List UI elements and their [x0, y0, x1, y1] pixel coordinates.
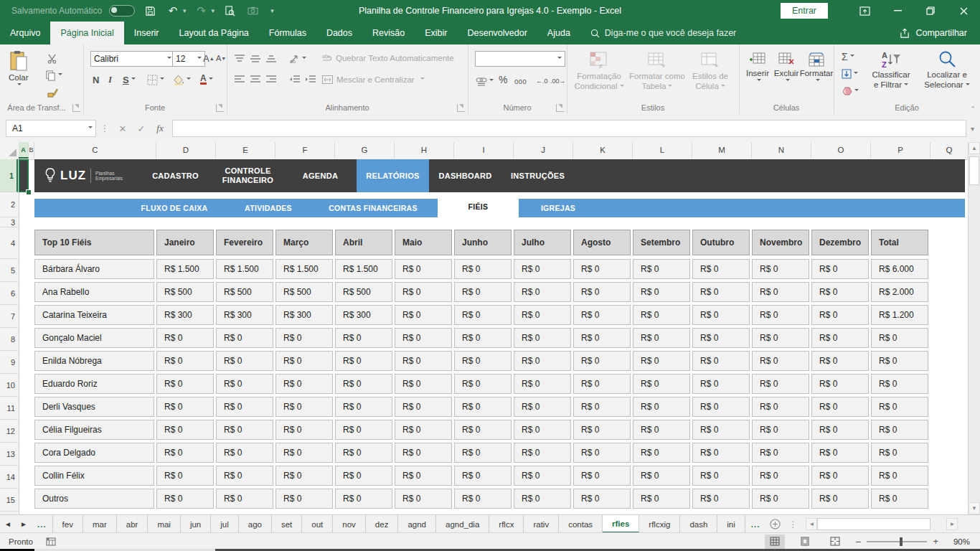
value-cell[interactable]: R$ 0	[871, 397, 928, 417]
row-header-14[interactable]: 14	[0, 466, 18, 489]
sheet-tab-jul[interactable]: jul	[211, 515, 239, 533]
value-cell[interactable]: R$ 1.500	[216, 259, 273, 279]
align-left-button[interactable]	[232, 72, 247, 88]
cell-styles-button[interactable]: Estilos de Célula	[687, 52, 733, 90]
fill-color-caret[interactable]	[187, 77, 191, 82]
value-cell[interactable]: R$ 0	[514, 351, 571, 371]
minimize-button[interactable]	[881, 0, 914, 22]
value-cell[interactable]: R$ 0	[156, 420, 214, 440]
value-cell[interactable]: R$ 0	[395, 351, 452, 371]
value-cell[interactable]: R$ 0	[514, 328, 571, 348]
value-cell[interactable]: R$ 0	[573, 489, 631, 509]
value-cell[interactable]: R$ 0	[335, 328, 392, 348]
value-cell[interactable]: R$ 0	[811, 351, 869, 371]
value-cell[interactable]: R$ 0	[573, 328, 631, 348]
value-cell[interactable]: R$ 0	[752, 259, 809, 279]
value-cell[interactable]: R$ 0	[692, 489, 750, 509]
value-cell[interactable]: R$ 300	[156, 305, 214, 325]
find-select-button[interactable]: Localizar e Selecionar	[920, 50, 974, 89]
sheet-tab-dash[interactable]: dash	[680, 515, 717, 533]
zoom-slider[interactable]: − +	[855, 536, 938, 547]
value-cell[interactable]: R$ 0	[692, 351, 750, 371]
column-header-E[interactable]: E	[216, 142, 275, 159]
orientation-button[interactable]: ab	[287, 51, 308, 67]
fiel-name-cell[interactable]: Ana Rabello	[34, 282, 154, 302]
value-cell[interactable]: R$ 0	[454, 259, 512, 279]
value-cell[interactable]: R$ 0	[216, 489, 273, 509]
autosum-caret[interactable]	[850, 55, 854, 59]
value-cell[interactable]: R$ 0	[335, 397, 392, 417]
autosave-toggle[interactable]	[109, 5, 135, 17]
zoom-level[interactable]: 90%	[948, 537, 970, 546]
value-cell[interactable]: R$ 0	[395, 374, 452, 394]
merge-center-button[interactable]: Mesclar e Centralizar	[320, 72, 427, 88]
ribbon-tab-dados[interactable]: Dados	[316, 22, 362, 44]
sheet-tab-ago[interactable]: ago	[239, 515, 272, 533]
value-cell[interactable]: R$ 0	[871, 351, 928, 371]
value-cell[interactable]: R$ 0	[811, 466, 869, 486]
fiel-name-cell[interactable]: Bárbara Álvaro	[34, 259, 154, 279]
sheet-tab-mar[interactable]: mar	[83, 515, 117, 533]
value-cell[interactable]: R$ 0	[156, 351, 214, 371]
value-cell[interactable]: R$ 0	[454, 466, 512, 486]
value-cell[interactable]: R$ 0	[216, 443, 273, 463]
normal-view-button[interactable]	[765, 534, 785, 549]
row-header-13[interactable]: 13	[0, 443, 18, 466]
qat-customize-caret[interactable]: ▾	[270, 7, 274, 14]
value-cell[interactable]: R$ 0	[156, 374, 214, 394]
subnav-item-igrejas[interactable]: IGREJAS	[519, 204, 598, 212]
fill-handle[interactable]	[26, 189, 32, 195]
value-cell[interactable]: R$ 0	[454, 328, 512, 348]
borders-caret[interactable]	[160, 77, 164, 82]
column-header-G[interactable]: G	[335, 142, 395, 159]
value-cell[interactable]: R$ 0	[395, 328, 452, 348]
increase-indent-button[interactable]	[303, 72, 318, 88]
value-cell[interactable]: R$ 0	[514, 420, 571, 440]
value-cell[interactable]: R$ 0	[395, 466, 452, 486]
value-cell[interactable]: R$ 0	[633, 397, 690, 417]
format-cells-caret[interactable]	[816, 79, 820, 83]
sort-filter-button[interactable]: AZ Classificar e Filtrar	[864, 50, 918, 89]
value-cell[interactable]: R$ 0	[335, 374, 392, 394]
value-cell[interactable]: R$ 0	[752, 397, 809, 417]
share-button[interactable]: Compartilhar	[900, 22, 980, 44]
value-cell[interactable]: R$ 0	[692, 305, 750, 325]
sheet-tab-nov[interactable]: nov	[333, 515, 366, 533]
insert-cells-button[interactable]: Inserir	[743, 52, 772, 83]
fiel-name-cell[interactable]: Eduardo Roriz	[34, 374, 154, 394]
value-cell[interactable]: R$ 0	[573, 351, 631, 371]
value-cell[interactable]: R$ 0	[692, 328, 750, 348]
ribbon-tab-p-gina-inicial[interactable]: Página Inicial	[50, 22, 123, 44]
zoom-thumb[interactable]	[900, 537, 903, 546]
ribbon-tab-layout-da-p-gina[interactable]: Layout da Página	[169, 22, 258, 44]
value-cell[interactable]: R$ 0	[811, 443, 869, 463]
fiel-name-cell[interactable]: Cora Delgado	[34, 443, 154, 463]
column-header-B[interactable]: B	[29, 142, 34, 159]
font-name-combo[interactable]: Calibri	[90, 51, 175, 67]
column-header-N[interactable]: N	[752, 142, 811, 159]
delete-cells-button[interactable]: Excluir	[772, 52, 801, 83]
value-cell[interactable]: R$ 0	[752, 443, 809, 463]
fiel-name-cell[interactable]: Outros	[34, 489, 154, 509]
value-cell[interactable]: R$ 0	[275, 328, 333, 348]
value-cell[interactable]: R$ 0	[156, 466, 214, 486]
cancel-entry-icon[interactable]: ✕	[113, 123, 132, 134]
value-cell[interactable]: R$ 500	[156, 282, 214, 302]
value-cell[interactable]: R$ 300	[216, 305, 273, 325]
number-format-combo[interactable]	[475, 51, 565, 67]
value-cell[interactable]: R$ 0	[811, 420, 869, 440]
value-cell[interactable]: R$ 0	[275, 374, 333, 394]
value-cell[interactable]: R$ 0	[335, 443, 392, 463]
value-cell[interactable]: R$ 0	[633, 374, 690, 394]
value-cell[interactable]: R$ 0	[573, 397, 631, 417]
value-cell[interactable]: R$ 0	[633, 489, 690, 509]
value-cell[interactable]: R$ 0	[216, 351, 273, 371]
fiel-name-cell[interactable]: Derli Vasques	[34, 397, 154, 417]
select-all-button[interactable]	[0, 142, 19, 159]
row-header-3[interactable]: 3	[0, 217, 18, 227]
row-header-12[interactable]: 12	[0, 420, 18, 443]
value-cell[interactable]: R$ 0	[395, 489, 452, 509]
value-cell[interactable]: R$ 0	[752, 328, 809, 348]
orientation-caret[interactable]	[302, 57, 306, 61]
value-cell[interactable]: R$ 1.500	[275, 259, 333, 279]
